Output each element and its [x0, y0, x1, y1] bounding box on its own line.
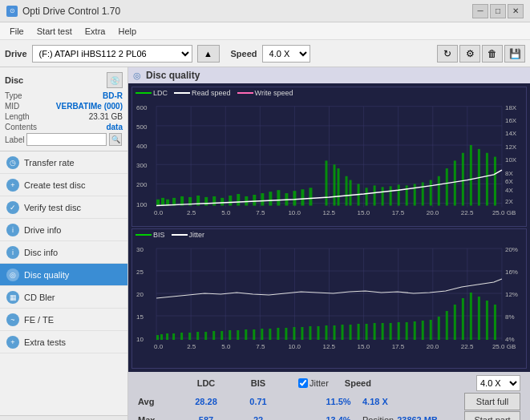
- minimize-button[interactable]: ─: [472, 4, 488, 18]
- chart-header: ◎ Disc quality: [128, 67, 530, 83]
- svg-rect-150: [430, 320, 432, 340]
- svg-rect-57: [346, 176, 348, 206]
- position-value: 23862 MB: [397, 415, 438, 420]
- svg-text:20%: 20%: [505, 246, 518, 253]
- svg-rect-137: [325, 325, 327, 340]
- svg-rect-154: [462, 298, 464, 340]
- bis-header: BIS: [234, 378, 282, 388]
- delete-button[interactable]: 🗑: [482, 45, 503, 63]
- svg-rect-152: [446, 311, 448, 340]
- speed-select[interactable]: 4.0 X: [262, 45, 310, 63]
- left-panel: Disc 💿 Type BD-R MID VERBATIMe (000) Len…: [0, 67, 128, 420]
- svg-rect-75: [486, 153, 488, 206]
- svg-rect-70: [446, 168, 448, 205]
- svg-text:25.0 GB: 25.0 GB: [492, 343, 516, 350]
- svg-text:17.5: 17.5: [392, 343, 405, 350]
- menu-file[interactable]: File: [3, 25, 30, 38]
- close-button[interactable]: ✕: [508, 4, 524, 18]
- settings-button[interactable]: ⚙: [459, 45, 480, 63]
- menu-extra[interactable]: Extra: [79, 25, 112, 38]
- svg-text:20: 20: [136, 291, 144, 298]
- bis-legend: BIS: [136, 231, 165, 239]
- position-label: Position: [362, 415, 394, 420]
- svg-rect-145: [390, 323, 392, 340]
- chart-header-icon: ◎: [133, 71, 141, 81]
- eject-button[interactable]: ▲: [197, 45, 220, 63]
- svg-rect-124: [220, 331, 223, 340]
- svg-rect-134: [301, 327, 303, 340]
- max-bis: 22: [234, 415, 282, 420]
- nav-disc-info[interactable]: i Disc info: [0, 241, 127, 264]
- svg-rect-47: [261, 193, 264, 205]
- svg-rect-66: [414, 184, 416, 205]
- nav-cd-bler-label: CD Bler: [24, 293, 55, 302]
- svg-text:200: 200: [136, 181, 148, 188]
- svg-rect-62: [382, 187, 384, 205]
- svg-rect-58: [350, 180, 352, 206]
- svg-rect-130: [269, 329, 271, 340]
- svg-rect-72: [462, 153, 464, 206]
- start-part-button[interactable]: Start part: [464, 411, 520, 420]
- nav-list: ◷ Transfer rate + Create test disc ✓ Ver…: [0, 151, 127, 353]
- nav-create-test-disc[interactable]: + Create test disc: [0, 174, 127, 196]
- svg-rect-146: [398, 322, 400, 340]
- nav-disc-quality[interactable]: ◎ Disc quality: [0, 264, 127, 286]
- refresh-button[interactable]: ↻: [437, 45, 458, 63]
- svg-rect-63: [390, 186, 392, 205]
- disc-icon-btn[interactable]: 💿: [107, 72, 123, 88]
- label-input[interactable]: [26, 133, 107, 146]
- svg-rect-61: [374, 185, 376, 205]
- svg-text:8X: 8X: [505, 170, 514, 177]
- nav-fe-te[interactable]: ~ FE / TE: [0, 309, 127, 331]
- nav-verify-test-disc[interactable]: ✓ Verify test disc: [0, 196, 127, 219]
- drive-select[interactable]: (F:) ATAPI iHBS112 2 PL06: [32, 45, 192, 63]
- disc-info-icon: i: [6, 246, 19, 259]
- svg-rect-55: [334, 164, 336, 205]
- app-title: Opti Drive Control 1.70: [22, 6, 120, 17]
- titlebar-left: ⊙ Opti Drive Control 1.70: [6, 6, 120, 17]
- cd-bler-icon: ▦: [6, 291, 19, 304]
- mid-label: MID: [5, 102, 19, 111]
- jitter-checkbox-label[interactable]: Jitter: [298, 378, 329, 388]
- charts-area: LDC Read speed Write speed: [128, 83, 530, 372]
- avg-speed: 4.18 X: [362, 397, 388, 406]
- jitter-checkbox[interactable]: [298, 378, 308, 388]
- svg-rect-125: [229, 330, 231, 340]
- svg-rect-138: [334, 325, 336, 340]
- svg-rect-132: [285, 328, 287, 340]
- svg-rect-126: [237, 330, 239, 340]
- nav-drive-info[interactable]: i Drive info: [0, 219, 127, 241]
- svg-rect-142: [366, 324, 368, 340]
- upper-chart-svg: 600 500 400 300 200 100 18X 16X 14X 12X …: [132, 99, 526, 219]
- nav-extra-tests[interactable]: + Extra tests: [0, 331, 127, 353]
- svg-rect-73: [470, 145, 472, 205]
- menu-start-test[interactable]: Start test: [30, 25, 79, 38]
- ldc-color: [136, 92, 152, 94]
- label-icon-button[interactable]: 🔍: [109, 133, 122, 146]
- svg-rect-115: [156, 335, 159, 340]
- jitter-header: Jitter: [310, 378, 329, 388]
- svg-rect-119: [180, 333, 183, 340]
- svg-text:0.0: 0.0: [154, 343, 164, 350]
- maximize-button[interactable]: □: [490, 4, 506, 18]
- svg-rect-121: [196, 332, 199, 340]
- disc-type-row: Type BD-R: [5, 91, 123, 100]
- save-button[interactable]: 💾: [504, 45, 525, 63]
- svg-rect-139: [342, 325, 344, 340]
- svg-rect-158: [494, 305, 496, 340]
- start-full-button[interactable]: Start full: [464, 393, 520, 410]
- svg-rect-151: [438, 317, 440, 340]
- menu-help[interactable]: Help: [111, 25, 143, 38]
- svg-rect-147: [406, 322, 408, 340]
- svg-rect-129: [261, 329, 263, 340]
- speed-select2[interactable]: 4.0 X: [476, 375, 520, 391]
- svg-text:15.0: 15.0: [358, 343, 370, 350]
- nav-transfer-rate[interactable]: ◷ Transfer rate: [0, 151, 127, 174]
- nav-cd-bler[interactable]: ▦ CD Bler: [0, 286, 127, 309]
- svg-rect-157: [486, 301, 488, 340]
- svg-rect-153: [454, 305, 456, 340]
- type-value: BD-R: [103, 91, 123, 100]
- status-window-button[interactable]: Status window >>: [0, 415, 127, 420]
- label-label: Label: [5, 135, 24, 144]
- svg-rect-44: [237, 194, 240, 206]
